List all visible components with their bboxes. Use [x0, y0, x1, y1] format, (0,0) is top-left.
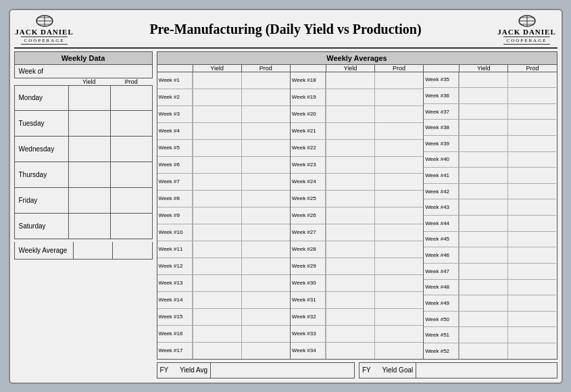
week-prod-cell[interactable]	[374, 140, 423, 156]
week-yield-cell[interactable]	[459, 104, 507, 120]
week-prod-cell[interactable]	[507, 264, 556, 279]
week-prod-cell[interactable]	[507, 247, 556, 263]
week-yield-cell[interactable]	[326, 89, 374, 105]
week-yield-cell[interactable]	[326, 157, 374, 173]
week-yield-cell[interactable]	[193, 275, 241, 291]
week-prod-cell[interactable]	[507, 104, 556, 120]
day-prod-thursday[interactable]	[111, 162, 152, 187]
week-prod-cell[interactable]	[507, 168, 556, 183]
day-yield-wednesday[interactable]	[69, 137, 111, 162]
week-prod-cell[interactable]	[241, 157, 290, 173]
week-yield-cell[interactable]	[193, 292, 241, 308]
week-prod-cell[interactable]	[374, 292, 423, 308]
week-prod-cell[interactable]	[374, 241, 423, 258]
week-yield-cell[interactable]	[193, 157, 241, 173]
week-yield-cell[interactable]	[193, 258, 241, 274]
week-yield-cell[interactable]	[326, 309, 374, 325]
week-prod-cell[interactable]	[241, 174, 290, 190]
week-yield-cell[interactable]	[193, 123, 241, 139]
week-prod-cell[interactable]	[241, 241, 290, 258]
fy-yield-goal-box[interactable]: FY Yield Goal	[359, 362, 557, 378]
week-prod-cell[interactable]	[241, 123, 290, 139]
week-prod-cell[interactable]	[507, 199, 556, 215]
week-yield-cell[interactable]	[193, 224, 241, 241]
week-yield-cell[interactable]	[459, 120, 507, 135]
week-yield-cell[interactable]	[326, 292, 374, 308]
week-prod-cell[interactable]	[374, 326, 423, 342]
week-prod-cell[interactable]	[374, 72, 423, 89]
week-yield-cell[interactable]	[193, 309, 241, 325]
week-prod-cell[interactable]	[507, 343, 556, 359]
week-prod-cell[interactable]	[507, 312, 556, 327]
week-yield-cell[interactable]	[459, 327, 507, 343]
week-prod-cell[interactable]	[507, 280, 556, 295]
fy-yield-avg-box[interactable]: FY Yield Avg	[157, 362, 355, 378]
week-yield-cell[interactable]	[193, 241, 241, 258]
week-prod-cell[interactable]	[507, 232, 556, 247]
week-prod-cell[interactable]	[241, 343, 290, 359]
week-yield-cell[interactable]	[193, 326, 241, 342]
week-yield-cell[interactable]	[326, 326, 374, 342]
week-yield-cell[interactable]	[459, 184, 507, 199]
week-prod-cell[interactable]	[241, 258, 290, 274]
week-yield-cell[interactable]	[459, 152, 507, 168]
weekly-avg-yield-cell[interactable]	[74, 242, 113, 259]
day-prod-tuesday[interactable]	[111, 111, 152, 136]
week-yield-cell[interactable]	[193, 106, 241, 122]
week-prod-cell[interactable]	[507, 88, 556, 103]
week-prod-cell[interactable]	[374, 309, 423, 325]
day-prod-friday[interactable]	[111, 188, 152, 213]
fy-yield-avg-input[interactable]	[211, 363, 354, 378]
week-yield-cell[interactable]	[326, 224, 374, 241]
week-prod-cell[interactable]	[241, 140, 290, 156]
week-yield-cell[interactable]	[326, 123, 374, 139]
week-yield-cell[interactable]	[459, 88, 507, 103]
week-yield-cell[interactable]	[193, 174, 241, 190]
week-yield-cell[interactable]	[326, 258, 374, 274]
week-prod-cell[interactable]	[241, 72, 290, 89]
week-prod-cell[interactable]	[507, 295, 556, 311]
week-yield-cell[interactable]	[193, 89, 241, 105]
day-prod-monday[interactable]	[111, 86, 152, 110]
week-prod-cell[interactable]	[374, 207, 423, 224]
day-yield-monday[interactable]	[69, 86, 111, 110]
week-yield-cell[interactable]	[326, 191, 374, 207]
week-prod-cell[interactable]	[374, 157, 423, 173]
week-yield-cell[interactable]	[326, 207, 374, 224]
week-yield-cell[interactable]	[459, 72, 507, 88]
week-yield-cell[interactable]	[193, 72, 241, 89]
week-yield-cell[interactable]	[193, 140, 241, 156]
week-yield-cell[interactable]	[459, 216, 507, 231]
week-prod-cell[interactable]	[241, 191, 290, 207]
week-yield-cell[interactable]	[193, 191, 241, 207]
week-prod-cell[interactable]	[241, 224, 290, 241]
day-yield-saturday[interactable]	[69, 214, 111, 239]
day-yield-tuesday[interactable]	[69, 111, 111, 136]
day-yield-thursday[interactable]	[69, 162, 111, 187]
week-prod-cell[interactable]	[507, 152, 556, 168]
week-yield-cell[interactable]	[459, 232, 507, 247]
week-yield-cell[interactable]	[193, 207, 241, 224]
week-prod-cell[interactable]	[241, 309, 290, 325]
week-prod-cell[interactable]	[374, 343, 423, 359]
week-prod-cell[interactable]	[507, 327, 556, 343]
weekly-avg-prod-cell[interactable]	[113, 242, 152, 259]
week-yield-cell[interactable]	[193, 343, 241, 359]
week-yield-cell[interactable]	[459, 280, 507, 295]
week-prod-cell[interactable]	[507, 120, 556, 135]
week-prod-cell[interactable]	[241, 207, 290, 224]
week-yield-cell[interactable]	[459, 343, 507, 359]
week-prod-cell[interactable]	[374, 123, 423, 139]
week-prod-cell[interactable]	[507, 136, 556, 151]
week-prod-cell[interactable]	[241, 89, 290, 105]
week-prod-cell[interactable]	[374, 89, 423, 105]
week-prod-cell[interactable]	[241, 275, 290, 291]
week-prod-cell[interactable]	[507, 184, 556, 199]
week-prod-cell[interactable]	[241, 106, 290, 122]
week-yield-cell[interactable]	[459, 264, 507, 279]
week-yield-cell[interactable]	[326, 241, 374, 258]
week-yield-cell[interactable]	[326, 275, 374, 291]
week-yield-cell[interactable]	[326, 174, 374, 190]
day-yield-friday[interactable]	[69, 188, 111, 213]
week-prod-cell[interactable]	[374, 191, 423, 207]
